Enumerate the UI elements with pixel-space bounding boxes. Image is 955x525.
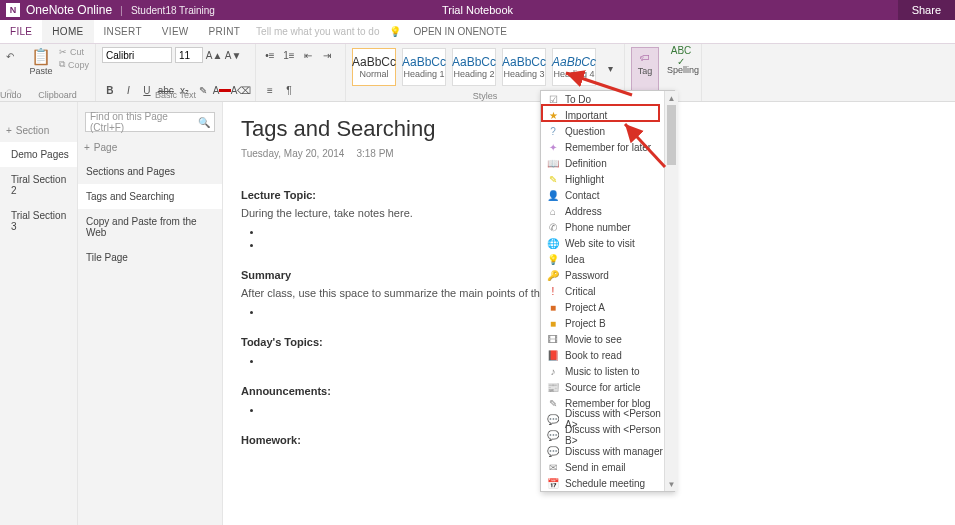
user-label: Student18 Training (131, 5, 215, 16)
tag-option-label: Address (565, 206, 602, 217)
grow-font-button[interactable]: A▲ (206, 47, 222, 63)
tab-print[interactable]: PRINT (199, 20, 251, 43)
tag-option-label: Definition (565, 158, 607, 169)
tag-option-label: Schedule meeting (565, 478, 645, 489)
tag-option[interactable]: ■Project B (541, 315, 674, 331)
tab-file[interactable]: FILE (0, 20, 42, 43)
tag-option[interactable]: 📰Source for article (541, 379, 674, 395)
tag-option[interactable]: 💬Discuss with manager (541, 443, 674, 459)
outdent-button[interactable]: ⇤ (300, 47, 316, 63)
tag-option-icon: 💬 (547, 414, 559, 425)
tag-option-label: To Do (565, 94, 591, 105)
tag-option[interactable]: 🔑Password (541, 267, 674, 283)
tag-option[interactable]: 📕Book to read (541, 347, 674, 363)
cut-button[interactable]: ✂Cut (59, 47, 89, 57)
clipboard-icon: 📋 (26, 47, 56, 66)
tag-option-icon: ☑ (547, 94, 559, 105)
tag-option-icon: ♪ (547, 366, 559, 377)
add-section-button[interactable]: + Section (0, 102, 77, 142)
section-demo-pages[interactable]: Demo Pages (0, 142, 77, 167)
tab-view[interactable]: VIEW (152, 20, 199, 43)
page-sections-and-pages[interactable]: Sections and Pages (78, 159, 222, 184)
find-on-page-input[interactable]: Find on this Page (Ctrl+F) 🔍 (85, 112, 215, 132)
tag-option-label: Source for article (565, 382, 641, 393)
tag-option[interactable]: ✎Highlight (541, 171, 674, 187)
tag-option-label: Discuss with <Person B> (565, 424, 668, 446)
tag-option[interactable]: ☑To Do (541, 91, 674, 107)
tag-option[interactable]: 🎞Movie to see (541, 331, 674, 347)
style-heading-4[interactable]: AaBbCcHeading 4 (552, 48, 596, 86)
tag-option[interactable]: ✉Send in email (541, 459, 674, 475)
tag-option-label: Important (565, 110, 607, 121)
tag-option[interactable]: ⌂Address (541, 203, 674, 219)
ribbon-tabs: FILE HOME INSERT VIEW PRINT Tell me what… (0, 20, 955, 44)
style-normal[interactable]: AaBbCcNormal (352, 48, 396, 86)
section-trial-3[interactable]: Trial Section 3 (0, 203, 77, 239)
font-name-select[interactable] (102, 47, 172, 63)
tag-option[interactable]: 🌐Web site to visit (541, 235, 674, 251)
tag-option[interactable]: ♪Music to listen to (541, 363, 674, 379)
indent-button[interactable]: ⇥ (319, 47, 335, 63)
tag-option-icon: 📖 (547, 158, 559, 169)
tag-option[interactable]: ?Question (541, 123, 674, 139)
tag-option[interactable]: 📖Definition (541, 155, 674, 171)
tell-me-input[interactable]: Tell me what you want to do 💡 (256, 20, 403, 43)
tag-option-label: Discuss with manager (565, 446, 663, 457)
tag-option[interactable]: ✆Phone number (541, 219, 674, 235)
tag-option[interactable]: !Critical (541, 283, 674, 299)
styles-more-button[interactable]: ▾ (602, 61, 618, 77)
scroll-thumb[interactable] (667, 105, 676, 165)
tag-option[interactable]: ■Project A (541, 299, 674, 315)
scrollbar[interactable]: ▲ ▼ (664, 91, 678, 491)
tag-option-label: Music to listen to (565, 366, 639, 377)
tag-option-label: Critical (565, 286, 596, 297)
paste-button[interactable]: 📋 Paste (26, 47, 56, 76)
tag-option[interactable]: 💡Idea (541, 251, 674, 267)
ribbon: ↶ ↷ Undo 📋 Paste ✂Cut ⧉Copy Clipboard A▲… (0, 44, 955, 102)
font-size-select[interactable] (175, 47, 203, 63)
copy-button[interactable]: ⧉Copy (59, 59, 89, 70)
tab-insert[interactable]: INSERT (94, 20, 152, 43)
tag-option-label: Project B (565, 318, 606, 329)
scroll-down-button[interactable]: ▼ (665, 477, 678, 491)
tag-option-label: Project A (565, 302, 605, 313)
page-copy-paste-web[interactable]: Copy and Paste from the Web (78, 209, 222, 245)
page-tile-page[interactable]: Tile Page (78, 245, 222, 270)
title-bar: N OneNote Online | Student18 Training Tr… (0, 0, 955, 20)
tag-option-icon: 👤 (547, 190, 559, 201)
tag-option-label: Idea (565, 254, 584, 265)
align-button[interactable]: ≡ (262, 82, 278, 98)
tab-home[interactable]: HOME (42, 20, 93, 43)
tag-option-label: Book to read (565, 350, 622, 361)
tag-dropdown-menu[interactable]: ▲ ▼ ☑To Do★Important?Question✦Remember f… (540, 90, 675, 492)
paragraph-button[interactable]: ¶ (281, 82, 297, 98)
tag-option-label: Question (565, 126, 605, 137)
share-button[interactable]: Share (898, 0, 955, 20)
tag-option[interactable]: 📅Schedule meeting (541, 475, 674, 491)
tag-option-icon: 📰 (547, 382, 559, 393)
clipboard-group-label: Clipboard (20, 90, 95, 101)
page-tags-and-searching[interactable]: Tags and Searching (78, 184, 222, 209)
tag-option-label: Movie to see (565, 334, 622, 345)
tag-option[interactable]: ★Important (541, 107, 674, 123)
tag-option-icon: ✦ (547, 142, 559, 153)
bullets-button[interactable]: •≡ (262, 47, 278, 63)
undo-button[interactable]: ↶ (2, 47, 18, 65)
numbering-button[interactable]: 1≡ (281, 47, 297, 63)
tag-option-icon: 🎞 (547, 334, 559, 345)
style-heading-3[interactable]: AaBbCcHeading 3 (502, 48, 546, 86)
add-page-button[interactable]: + Page (78, 142, 222, 159)
tag-option-icon: ✎ (547, 398, 559, 409)
tag-option[interactable]: ✦Remember for later (541, 139, 674, 155)
shrink-font-button[interactable]: A▼ (225, 47, 241, 63)
section-trial-2[interactable]: Tiral Section 2 (0, 167, 77, 203)
tag-option-icon: ⌂ (547, 206, 559, 217)
plus-icon: + (6, 125, 12, 136)
open-in-onenote-button[interactable]: OPEN IN ONENOTE (414, 20, 507, 43)
tag-option[interactable]: 👤Contact (541, 187, 674, 203)
tag-option-label: Phone number (565, 222, 631, 233)
style-heading-1[interactable]: AaBbCcHeading 1 (402, 48, 446, 86)
scroll-up-button[interactable]: ▲ (665, 91, 678, 105)
tag-option[interactable]: 💬Discuss with <Person B> (541, 427, 674, 443)
style-heading-2[interactable]: AaBbCcHeading 2 (452, 48, 496, 86)
